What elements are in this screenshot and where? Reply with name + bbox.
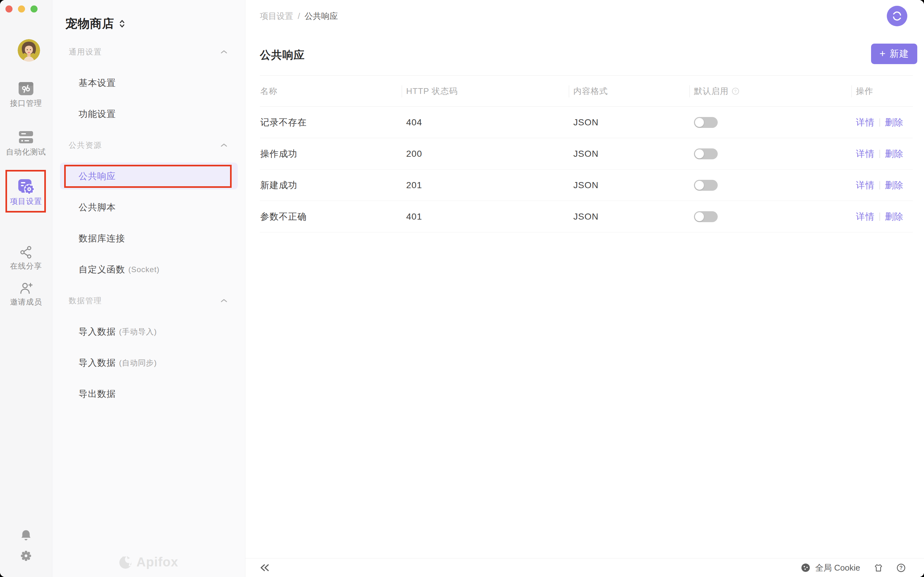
rail-item-api-management[interactable]: 接口管理 [0,81,52,108]
apifox-logo-text: Apifox [136,555,178,569]
left-rail: 接口管理 自动化测试 [0,0,52,577]
svg-text:?: ? [734,89,737,93]
delete-link[interactable]: 删除 [885,179,903,191]
rail-item-project-settings[interactable]: 项目设置 [0,179,52,206]
column-header-status-code: HTTP 状态码 [402,85,569,97]
column-header-label: 默认启用 [694,85,729,97]
help-circle-icon[interactable]: ? [732,87,739,95]
default-enabled-toggle[interactable] [694,180,718,191]
table-header: 名称 HTTP 状态码 内容格式 默认启用 ? 操作 [260,75,913,107]
detail-link[interactable]: 详情 [856,116,875,129]
cell-content-format: JSON [569,149,690,159]
global-cookie-label: 全局 Cookie [815,562,860,574]
sidebar-item-export-data[interactable]: 导出数据 [52,378,245,409]
sidebar-item-public-responses[interactable]: 公共响应 [52,161,245,192]
header-separator [402,85,402,97]
tshirt-icon [874,564,883,572]
minimize-window-button[interactable] [18,5,25,13]
window-controls [5,5,37,13]
column-header-default-enabled: 默认启用 ? [690,85,851,97]
app-settings-button[interactable] [0,550,52,562]
section-data-management[interactable]: 数据管理 [52,285,245,316]
rail-item-label: 接口管理 [10,98,42,108]
default-enabled-toggle[interactable] [694,211,718,222]
settings-sidebar: 宠物商店 通用设置 基本设置 功能设置 公共资源 [52,0,246,577]
collapse-sidebar-button[interactable] [260,564,270,572]
automated-testing-icon [18,130,34,144]
cell-status-code: 200 [402,149,569,159]
sidebar-item-database-connections[interactable]: 数据库连接 [52,223,245,254]
table-row: 操作成功 200 JSON 详情 删除 [260,138,913,169]
default-enabled-toggle[interactable] [694,148,718,159]
sidebar-item-basic-settings[interactable]: 基本设置 [52,67,245,98]
global-cookie-button[interactable]: 全局 Cookie [801,562,860,574]
section-public-resources[interactable]: 公共资源 [52,129,245,161]
new-button-label: 新建 [890,47,909,60]
status-bar: 全局 Cookie ? [246,558,924,577]
sidebar-item-label: 自定义函数 [79,263,125,276]
help-button[interactable]: ? [897,564,905,572]
toggle-knob [695,181,704,190]
project-select-icon [120,19,125,28]
chevron-up-icon [221,50,227,53]
action-divider [879,181,880,189]
sidebar-item-import-data-sync[interactable]: 导入数据 (自动同步) [52,347,245,378]
refresh-button[interactable] [887,6,907,26]
action-divider [879,150,880,158]
notifications-button[interactable] [0,530,52,541]
apifox-window: 接口管理 自动化测试 [0,0,924,577]
close-window-button[interactable] [5,5,13,13]
main-content: 项目设置 / 公共响应 公共响应 + 新建 名称 HTTP 状态码 内容格式 默… [246,0,924,577]
header-separator [851,85,852,97]
breadcrumb-parent[interactable]: 项目设置 [260,11,293,22]
theme-button[interactable] [874,564,883,572]
detail-link[interactable]: 详情 [856,148,875,160]
new-response-button[interactable]: + 新建 [871,44,917,64]
delete-link[interactable]: 删除 [885,211,903,223]
zoom-window-button[interactable] [31,5,37,13]
default-enabled-toggle[interactable] [694,117,718,128]
detail-link[interactable]: 详情 [856,211,875,223]
section-general-settings[interactable]: 通用设置 [52,36,245,67]
column-header-content-format: 内容格式 [569,85,690,97]
double-chevron-left-icon [260,564,270,572]
rail-item-online-share[interactable]: 在线分享 [0,245,52,271]
sidebar-item-label: 公共响应 [79,170,116,182]
user-avatar[interactable] [18,39,40,61]
bell-icon [21,530,31,541]
sidebar-item-label: 导入数据 [79,326,116,338]
cell-actions: 详情 删除 [851,148,913,160]
delete-link[interactable]: 删除 [885,148,903,160]
question-circle-icon: ? [897,564,905,572]
cell-name: 记录不存在 [260,116,402,129]
action-divider [879,118,880,127]
invite-member-icon [19,282,33,295]
avatar-image [18,39,40,61]
header-separator [690,85,690,97]
table-row: 记录不存在 404 JSON 详情 删除 [260,107,913,138]
column-header-actions: 操作 [851,85,913,97]
delete-link[interactable]: 删除 [885,116,903,129]
sidebar-item-label: 基本设置 [79,77,116,89]
sidebar-item-import-data-manual[interactable]: 导入数据 (手动导入) [52,316,245,347]
sidebar-item-custom-functions[interactable]: 自定义函数 (Socket) [52,254,245,285]
sidebar-item-suffix: (手动导入) [119,327,157,337]
toggle-knob [695,118,704,127]
project-switcher[interactable]: 宠物商店 [65,15,245,33]
cell-content-format: JSON [569,117,690,127]
cookie-icon [801,563,810,572]
detail-link[interactable]: 详情 [856,179,875,191]
rail-item-label: 在线分享 [10,261,42,271]
breadcrumb-separator: / [298,11,300,21]
sidebar-item-feature-settings[interactable]: 功能设置 [52,98,245,129]
cell-actions: 详情 删除 [851,116,913,129]
sidebar-item-public-scripts[interactable]: 公共脚本 [52,192,245,223]
section-title: 公共资源 [69,140,102,150]
settings-menu: 通用设置 基本设置 功能设置 公共资源 公共响应 [52,36,245,409]
gear-icon [20,550,32,562]
plus-icon: + [879,48,886,59]
rail-item-automated-testing[interactable]: 自动化测试 [0,129,52,157]
rail-item-invite-member[interactable]: 邀请成员 [0,282,52,307]
rail-item-label: 自动化测试 [6,147,46,157]
page-title: 公共响应 [260,48,305,63]
